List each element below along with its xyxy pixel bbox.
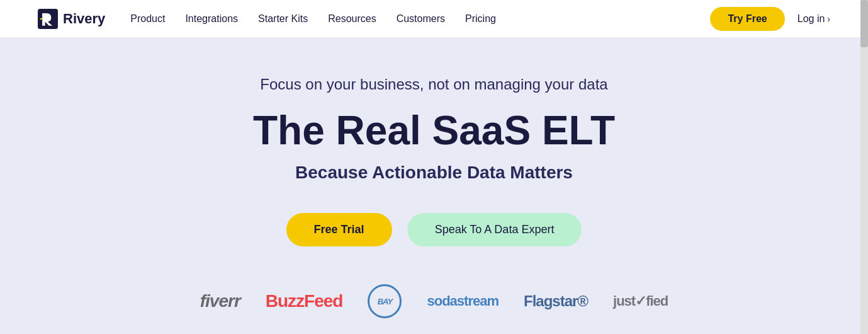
- sodastream-logo-text: sodastream: [427, 293, 499, 309]
- logo[interactable]: Rivery: [38, 9, 105, 29]
- hero-tagline: Because Actionable Data Matters: [295, 163, 573, 183]
- nav-link-product[interactable]: Product: [130, 13, 165, 24]
- justified-logo-text: just✓fied: [613, 293, 668, 309]
- nav-link-pricing[interactable]: Pricing: [465, 13, 496, 24]
- bayer-logo-text: BAY: [378, 297, 392, 306]
- logo-buzzfeed: BuzzFeed: [266, 291, 343, 311]
- brand-name: Rivery: [63, 11, 105, 27]
- navbar: Rivery Product Integrations Starter Kits…: [0, 0, 868, 38]
- speak-expert-button[interactable]: Speak To A Data Expert: [407, 213, 582, 246]
- nav-item-resources[interactable]: Resources: [328, 13, 376, 25]
- login-link[interactable]: Log in ›: [798, 13, 830, 25]
- flagstar-logo-text: Flagstar®: [524, 292, 588, 310]
- scrollbar[interactable]: [860, 0, 868, 334]
- navbar-right: Try Free Log in ›: [710, 7, 830, 31]
- logo-sodastream: sodastream: [427, 293, 499, 309]
- nav-link-integrations[interactable]: Integrations: [185, 13, 238, 24]
- nav-item-integrations[interactable]: Integrations: [185, 13, 238, 25]
- nav-link-customers[interactable]: Customers: [397, 13, 445, 24]
- fiverr-logo-text: fiverr: [200, 291, 240, 311]
- login-label: Log in: [798, 13, 825, 25]
- logo-justified: just✓fied: [613, 293, 668, 309]
- scrollbar-thumb[interactable]: [860, 0, 868, 47]
- navbar-left: Rivery Product Integrations Starter Kits…: [38, 9, 496, 29]
- nav-links: Product Integrations Starter Kits Resour…: [130, 13, 496, 25]
- hero-section: Focus on your business, not on managing …: [0, 38, 868, 334]
- logo-icon: [38, 9, 58, 29]
- hero-title: The Real SaaS ELT: [253, 108, 615, 153]
- hero-subtitle: Focus on your business, not on managing …: [260, 76, 607, 93]
- logo-bayer: BAY: [368, 284, 402, 318]
- nav-item-pricing[interactable]: Pricing: [465, 13, 496, 25]
- buzzfeed-logo-text: BuzzFeed: [266, 291, 343, 311]
- login-chevron-icon: ›: [827, 14, 830, 24]
- nav-item-starter-kits[interactable]: Starter Kits: [258, 13, 308, 25]
- page-wrapper: Rivery Product Integrations Starter Kits…: [0, 0, 868, 334]
- nav-item-product[interactable]: Product: [130, 13, 165, 25]
- try-free-button[interactable]: Try Free: [710, 7, 784, 31]
- free-trial-button[interactable]: Free Trial: [286, 213, 392, 246]
- logo-flagstar: Flagstar®: [524, 292, 588, 310]
- customer-logos: fiverr BuzzFeed BAY sodastream Flagstar®…: [175, 284, 694, 325]
- logo-fiverr: fiverr: [200, 291, 240, 311]
- nav-link-resources[interactable]: Resources: [328, 13, 376, 24]
- nav-link-starter-kits[interactable]: Starter Kits: [258, 13, 308, 24]
- hero-buttons: Free Trial Speak To A Data Expert: [286, 213, 582, 246]
- scrollbar-track: [860, 0, 868, 334]
- bayer-circle: BAY: [368, 284, 402, 318]
- nav-item-customers[interactable]: Customers: [397, 13, 445, 25]
